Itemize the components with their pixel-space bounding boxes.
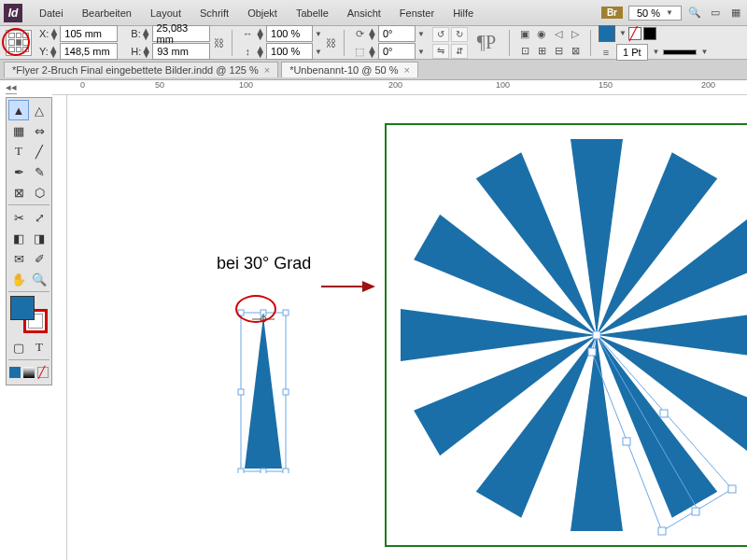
constrain-wh-icon[interactable]: ⛓ xyxy=(214,37,224,49)
ruler-tick: 50 xyxy=(155,80,164,90)
gradient-swatch-tool[interactable]: ◧ xyxy=(8,228,29,248)
stroke-style-dropdown[interactable] xyxy=(663,49,697,55)
control-bar: X:▲▼105 mm Y:▲▼148,5 mm B:▲▼25,083 mm H:… xyxy=(0,26,747,60)
center-content-icon[interactable]: ⊟ xyxy=(551,44,566,59)
ruler-tick: 200 xyxy=(388,80,402,90)
menu-objekt[interactable]: Objekt xyxy=(238,7,287,19)
note-tool[interactable]: ✉ xyxy=(8,248,29,269)
arrow-icon xyxy=(319,277,385,296)
svg-rect-6 xyxy=(238,389,244,395)
flip-horizontal-icon[interactable]: ⇋ xyxy=(432,44,449,59)
eyedropper-tool[interactable]: ✐ xyxy=(29,248,49,269)
rotate-field[interactable]: 0° xyxy=(378,25,416,42)
close-icon[interactable]: × xyxy=(404,64,410,76)
zoom-level-value: 50 % xyxy=(637,7,660,19)
select-content-icon[interactable]: ◉ xyxy=(534,27,549,42)
width-label: B: xyxy=(131,28,140,39)
none-swatch[interactable]: ╱ xyxy=(628,27,641,40)
bridge-badge[interactable]: Br xyxy=(601,7,623,19)
tab-unbenannt[interactable]: *Unbenannt-10 @ 50 %× xyxy=(281,62,418,77)
ruler-tick: 0 xyxy=(80,80,85,90)
svg-marker-1 xyxy=(245,316,282,469)
type-tool[interactable]: T xyxy=(8,141,29,161)
flip-vertical-icon[interactable]: ⇵ xyxy=(451,44,468,59)
gap-tool[interactable]: ⇔ xyxy=(29,120,49,141)
document-tabs: *Flyer 2-Bruch Final eingebettete Bilder… xyxy=(0,60,747,80)
menu-hilfe[interactable]: Hilfe xyxy=(444,7,483,19)
fit-content-icon[interactable]: ⊡ xyxy=(517,44,532,59)
constrain-scale-icon[interactable]: ⛓ xyxy=(326,37,336,49)
rectangle-frame-tool[interactable]: ⊠ xyxy=(8,182,29,203)
zoom-tool[interactable]: 🔍 xyxy=(29,269,49,289)
zoom-level-dropdown[interactable]: 50 % ▼ xyxy=(628,6,682,21)
select-next-icon[interactable]: ▷ xyxy=(568,27,583,42)
fill-stroke-proxy[interactable] xyxy=(10,296,48,333)
black-swatch[interactable] xyxy=(643,27,656,40)
menu-datei[interactable]: Datei xyxy=(30,7,73,19)
rectangle-tool[interactable]: ⬡ xyxy=(29,182,49,203)
tab-label: *Unbenannt-10 @ 50 % xyxy=(289,64,398,76)
hand-tool[interactable]: ✋ xyxy=(8,269,29,289)
rotate-cw-icon[interactable]: ↻ xyxy=(451,27,468,42)
stroke-weight-field[interactable]: 1 Pt xyxy=(616,44,648,61)
menu-ansicht[interactable]: Ansicht xyxy=(338,7,390,19)
arrange-icon[interactable]: ▦ xyxy=(728,6,743,21)
formatting-container-icon[interactable]: ▢ xyxy=(8,337,29,357)
rotate-ccw-icon[interactable]: ↺ xyxy=(432,27,449,42)
formatting-text-icon[interactable]: T xyxy=(29,337,49,357)
width-field[interactable]: 25,083 mm xyxy=(152,25,210,42)
apply-color-icon[interactable] xyxy=(8,362,22,383)
tab-flyer[interactable]: *Flyer 2-Bruch Final eingebettete Bilder… xyxy=(4,62,278,77)
tools-panel: ▲△ ▦⇔ T╱ ✒✎ ⊠⬡ ✂⤢ ◧◨ ✉✐ ✋🔍 ▢T ╱ xyxy=(6,97,52,385)
search-icon[interactable]: 🔍 xyxy=(687,6,702,21)
menu-tabelle[interactable]: Tabelle xyxy=(287,7,338,19)
sunburst-result xyxy=(385,123,747,547)
selection-tool[interactable]: ▲ xyxy=(8,100,29,120)
height-field[interactable]: 93 mm xyxy=(152,43,210,60)
menu-fenster[interactable]: Fenster xyxy=(390,7,444,19)
height-label: H: xyxy=(131,46,141,57)
close-icon[interactable]: × xyxy=(264,64,270,76)
fill-proxy[interactable] xyxy=(10,296,35,320)
svg-rect-8 xyxy=(238,469,244,473)
page-tool[interactable]: ▦ xyxy=(8,120,29,141)
fill-frame-icon[interactable]: ⊠ xyxy=(568,44,583,59)
canvas[interactable]: bei 30° Grad xyxy=(67,95,747,560)
select-prev-icon[interactable]: ◁ xyxy=(551,27,566,42)
svg-rect-28 xyxy=(593,331,600,339)
line-tool[interactable]: ╱ xyxy=(29,141,49,161)
fit-frame-icon[interactable]: ⊞ xyxy=(534,44,549,59)
ruler-tick: 150 xyxy=(599,80,613,90)
horizontal-ruler[interactable]: 0 50 100 200 100 150 200 xyxy=(52,80,747,95)
scale-y-field[interactable]: 100 % xyxy=(266,43,313,60)
vertical-ruler[interactable] xyxy=(52,95,67,560)
pen-tool[interactable]: ✒ xyxy=(8,161,29,182)
triangle-object[interactable] xyxy=(235,305,291,473)
reference-point-picker[interactable] xyxy=(6,30,32,56)
menu-schrift[interactable]: Schrift xyxy=(190,7,238,19)
annotation-text: bei 30° Grad xyxy=(217,254,311,273)
menu-layout[interactable]: Layout xyxy=(141,7,190,19)
menu-bearbeiten[interactable]: Bearbeiten xyxy=(73,7,141,19)
scale-x-field[interactable]: 100 % xyxy=(266,25,313,42)
pencil-tool[interactable]: ✎ xyxy=(29,161,49,182)
gradient-feather-tool[interactable]: ◨ xyxy=(29,228,49,248)
paragraph-mode-icon[interactable]: ¶P xyxy=(477,32,496,53)
select-container-icon[interactable]: ▣ xyxy=(517,27,532,42)
y-label: Y: xyxy=(39,46,49,57)
scissors-tool[interactable]: ✂ xyxy=(8,207,29,228)
tab-label: *Flyer 2-Bruch Final eingebettete Bilder… xyxy=(12,64,259,76)
svg-rect-33 xyxy=(692,508,699,515)
apply-gradient-icon[interactable] xyxy=(22,362,36,383)
svg-rect-30 xyxy=(658,527,666,535)
y-field[interactable]: 148,5 mm xyxy=(60,43,118,60)
fill-swatch[interactable] xyxy=(599,25,615,42)
screen-mode-icon[interactable]: ▭ xyxy=(708,6,723,21)
apply-none-icon[interactable]: ╱ xyxy=(35,362,49,383)
free-transform-tool[interactable]: ⤢ xyxy=(29,207,49,228)
direct-selection-tool[interactable]: △ xyxy=(29,100,49,120)
shear-field[interactable]: 0° xyxy=(378,43,416,60)
svg-rect-9 xyxy=(261,469,266,473)
scale-y-icon: ↕ xyxy=(240,44,255,59)
x-field[interactable]: 105 mm xyxy=(60,25,118,42)
